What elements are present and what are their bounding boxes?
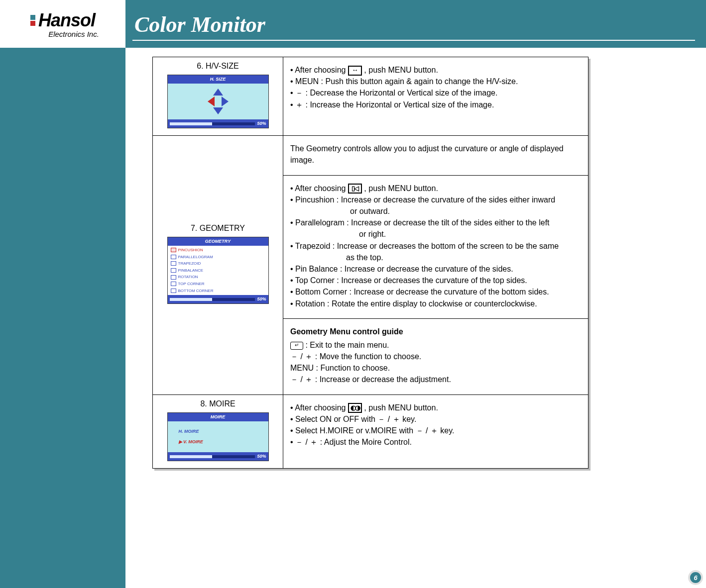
left-sidebar-strip	[0, 0, 125, 588]
guide-g1: : Exit to the main menu.	[305, 341, 389, 349]
moire-b2: • Select ON or OFF with － / ＋ key.	[290, 413, 581, 425]
geom-b1a: • After choosing	[290, 184, 348, 193]
moire-b1b: , push MENU button.	[364, 403, 438, 412]
moire-icon: ◐◑	[348, 403, 362, 413]
logo-squares-icon	[30, 15, 35, 26]
manual-table: 6. H/V-SIZE H. SIZE 50%	[152, 57, 588, 469]
page-title: Color Monitor	[134, 12, 265, 37]
page-number: 6	[690, 572, 701, 583]
geom-b5: • Pin Balance : Increase or decrease the…	[290, 263, 581, 275]
geom-item: PARALLELOGRAM	[171, 254, 265, 261]
geometry-progress	[170, 298, 255, 301]
guide-g4: － / ＋ : Increase or decrease the adjustm…	[290, 374, 581, 385]
geom-b3: • Parallelogram : Increase or decrease t…	[290, 217, 581, 228]
moire-b1a: • After choosing	[290, 403, 348, 412]
geometry-percent: 50%	[257, 296, 266, 302]
geom-item: PINBALANCE	[171, 267, 265, 274]
moire-desc: • After choosing ◐◑ , push MENU button. …	[283, 394, 588, 468]
brand-subtitle: Electronics Inc.	[48, 30, 99, 38]
geometry-osd-header: GEOMETRY	[168, 237, 268, 246]
hvsize-b3: • － : Decrease the Horizontal or Vertica…	[290, 87, 581, 98]
hvsize-b1a: • After choosing	[290, 66, 348, 74]
arrow-right-icon	[222, 97, 229, 106]
moire-v: V. MOIRE	[173, 437, 263, 447]
moire-osd-header: MOIRE	[168, 413, 268, 421]
moire-b4: • － / ＋ : Adjust the Moire Control.	[290, 436, 581, 448]
moire-label: 8. MOIRE	[157, 398, 279, 409]
geometry-osd: GEOMETRY PINCUSHION PARALLELOGRAM TRAPEZ…	[167, 237, 269, 304]
pincushion-icon: ▯◁	[348, 184, 362, 194]
geom-b2: • Pincushion : Increase or decrease the …	[290, 194, 581, 205]
page-number-badge: 6	[688, 570, 703, 585]
title-underline	[132, 40, 695, 41]
moire-h: H. MOIRE	[173, 426, 263, 437]
arrow-down-icon	[213, 107, 223, 114]
arrow-up-icon	[213, 89, 223, 96]
geom-b4: • Trapezoid : Increase or decreases the …	[290, 240, 581, 252]
geom-item: TOP CORNER	[171, 281, 265, 288]
arrow-cluster-icon	[171, 87, 265, 116]
hvsize-osd-header: H. SIZE	[168, 75, 268, 84]
hvsize-osd: H. SIZE 50%	[167, 75, 269, 128]
hvsize-label: 6. H/V-SIZE	[157, 60, 279, 72]
moire-progress	[170, 455, 255, 458]
moire-percent: 50%	[257, 453, 266, 460]
hvsize-percent: 50%	[257, 120, 266, 127]
brand-name: Hansol	[38, 10, 95, 31]
exit-icon: ↵	[290, 342, 303, 350]
brand-logo-box: Hansol Electronics Inc.	[0, 0, 125, 48]
geom-item: ROTATION	[171, 274, 265, 281]
hvsize-progress	[170, 122, 255, 125]
geom-b7: • Bottom Corner : Increase or decrease t…	[290, 286, 581, 297]
moire-osd: MOIRE H. MOIRE V. MOIRE 50%	[167, 412, 269, 461]
guide-g2: － / ＋ : Move the function to choose.	[290, 351, 581, 362]
hvsize-desc: • After choosing ↔ , push MENU button. •…	[283, 57, 588, 136]
geom-b6: • Top Corner : Increase or decreases the…	[290, 275, 581, 286]
guide-title: Geometry Menu control guide	[290, 326, 581, 337]
geometry-guide: Geometry Menu control guide ↵ : Exit to …	[283, 318, 588, 394]
geom-b8: • Rotation : Rotate the entire display t…	[290, 298, 581, 309]
geom-item: TRAPEZOID	[171, 260, 265, 267]
geom-b4i: as the top.	[290, 252, 581, 263]
geom-b3i: or right.	[290, 228, 581, 240]
moire-b3: • Select H.MOIRE or v.MOIRE with － / ＋ k…	[290, 425, 581, 436]
geom-item: PINCUSHION	[171, 247, 265, 254]
hvsize-b1b: , push MENU button.	[364, 66, 438, 74]
geom-b2i: or outward.	[290, 205, 581, 217]
arrow-left-icon	[208, 97, 215, 106]
hvsize-b4: • ＋ : Increase the Horizontal or Vertica…	[290, 99, 581, 110]
guide-g3: MENU : Function to choose.	[290, 362, 581, 374]
hvsize-b2: • MEUN : Push this button again & again …	[290, 76, 581, 87]
geom-item: BOTTOM CORNER	[171, 288, 265, 294]
geometry-label: 7. GEOMETRY	[157, 222, 279, 234]
geometry-intro: The Geometry controls allow you to adjus…	[283, 136, 588, 175]
geom-b1b: , push MENU button.	[364, 184, 438, 193]
expand-horizontal-icon: ↔	[348, 66, 362, 76]
geometry-desc: • After choosing ▯◁ , push MENU button. …	[283, 175, 588, 318]
